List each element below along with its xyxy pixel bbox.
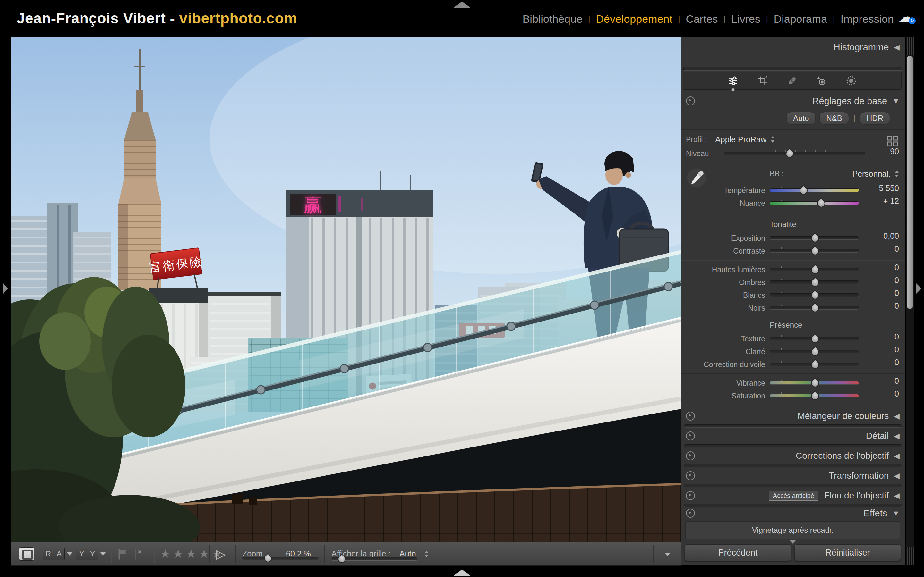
panel-header-detail[interactable]: Détail◀ [681,429,905,443]
compare-dropdown-icon[interactable] [67,552,72,556]
reference-view-r[interactable]: R [43,548,53,560]
split-view-y1[interactable]: Y [76,548,87,560]
basic-panel-header[interactable]: Réglages de base ▼ [681,94,905,108]
collapse-arrow-icon[interactable]: ◀ [894,492,900,500]
effects-panel-header[interactable]: Effets ▼ [681,506,905,520]
crop-overlay-icon[interactable] [757,75,768,86]
slider-track-saturation[interactable] [770,394,859,397]
slider-value[interactable]: + 12 [867,197,905,206]
slider-track-correction-du-voile[interactable] [770,363,859,366]
before-after-buttons[interactable]: RA [43,548,65,560]
wb-eyedropper-icon[interactable] [685,167,708,189]
nav-item-livres[interactable]: Livres [731,13,760,25]
impromptu-slideshow-icon[interactable]: ▷ [216,542,226,566]
slider-value[interactable]: 0 [867,358,905,367]
collapse-arrow-icon[interactable]: ◀ [894,472,900,480]
reveal-left-panel-arrow[interactable] [3,283,8,294]
panel-header-flou-de-l-objectif[interactable]: Accès anticipéFlou de l'objectif◀ [681,489,905,502]
hdr-button[interactable]: HDR [860,112,890,125]
masking-icon[interactable] [846,75,857,86]
slider-value[interactable]: 0 [867,332,905,342]
previous-button[interactable]: Précédent [685,544,791,561]
slider-label[interactable]: Vibrance [683,376,770,388]
slider-label[interactable]: Contraste [683,244,770,255]
slider-track-temperature[interactable] [770,189,859,192]
slider-track-texture[interactable] [770,337,859,340]
slider-label[interactable]: Blancs [683,288,770,300]
panel-switch-icon[interactable] [686,451,695,460]
slider-track-clarte[interactable] [770,350,859,353]
reveal-right-panel-arrow[interactable] [916,283,921,294]
panel-switch-icon[interactable] [686,432,695,440]
slider-label[interactable]: Exposition [683,231,770,243]
slider-track-niveau[interactable] [724,152,865,155]
nav-item-bibliotheque[interactable]: Bibliothèque [523,13,583,25]
slider-value[interactable]: 90 [867,147,905,156]
slider-track-contraste[interactable] [770,250,859,252]
adjust-sliders-icon[interactable] [728,75,738,86]
slider-value[interactable]: 0 [867,301,905,311]
bw-button[interactable]: N&B [819,112,849,125]
grid-value[interactable]: Auto [399,542,416,566]
section-collapse-arrow-icon[interactable] [790,540,796,544]
panel-switch-icon[interactable] [686,412,695,421]
collapse-arrow-icon[interactable]: ◀ [894,412,900,421]
dropdown-arrows-icon[interactable] [895,170,899,177]
slider-track-exposition[interactable] [770,237,859,239]
nav-item-impression[interactable]: Impression [841,13,894,25]
reference-view-a[interactable]: A [53,548,65,560]
expand-arrow-icon[interactable]: ▼ [892,509,900,518]
expand-arrow-icon[interactable]: ▼ [892,97,900,105]
split-view-y2[interactable]: Y [87,548,98,560]
grid-dropdown-arrows-icon[interactable] [425,550,429,558]
slider-label[interactable]: Clarté [683,345,770,356]
slider-label[interactable]: Texture [683,332,770,343]
auto-button[interactable]: Auto [787,112,816,125]
red-eye-icon[interactable] [816,75,827,86]
slider-value[interactable]: 0 [867,244,905,253]
grid-size-slider[interactable] [331,558,417,560]
panel-switch-icon[interactable] [686,97,695,105]
collapse-arrow-icon[interactable]: ◀ [894,43,900,52]
split-view-buttons[interactable]: YY [76,548,98,560]
slider-value[interactable]: 0 [867,389,905,398]
zoom-slider[interactable] [242,557,318,560]
slider-value[interactable]: 0 [867,276,905,285]
slider-label[interactable]: Nuance [683,197,770,208]
histogram-panel-header[interactable]: Histogramme ◀ [681,39,905,55]
wb-value[interactable]: Personnal. [852,169,899,179]
reset-button[interactable]: Réinitialiser [795,544,901,561]
slider-track-blancs[interactable] [770,293,859,297]
slider-label[interactable]: Hautes lumières [683,263,770,274]
reject-flag-icon[interactable] [133,548,146,561]
slider-label[interactable]: Saturation [683,389,770,400]
collapse-arrow-icon[interactable]: ◀ [894,452,900,460]
slider-label[interactable]: Ombres [683,276,770,287]
photo-canvas[interactable]: 赢 富衛保險 [11,37,681,542]
nav-item-diaporama[interactable]: Diaporama [774,13,827,25]
panel-scrollbar[interactable] [905,37,914,565]
cloud-sync-icon[interactable]: ☁ ↻ [898,8,915,25]
collapse-top-panel-arrow[interactable] [454,1,470,8]
panel-switch-icon[interactable] [686,491,695,500]
slider-value[interactable]: 0,00 [867,231,905,241]
slider-track-hautes-lumieres[interactable] [770,268,859,271]
profile-value[interactable]: Apple ProRaw [715,135,775,144]
nav-item-cartes[interactable]: Cartes [686,13,718,25]
zoom-slider-thumb[interactable] [262,553,273,564]
collapse-arrow-icon[interactable]: ◀ [894,432,900,440]
profile-browser-icon[interactable] [887,135,898,147]
slider-value[interactable]: 0 [867,288,905,298]
slider-track-ombres[interactable] [770,281,859,284]
panel-header-corrections-de-l-objectif[interactable]: Corrections de l'objectif◀ [681,449,905,463]
slider-track-nuance[interactable] [770,201,859,205]
slider-track-noirs[interactable] [770,306,859,309]
toolbar-options-dropdown-icon[interactable] [665,553,670,556]
star-rating[interactable]: ★★★★★ [160,542,225,566]
split-dropdown-icon[interactable] [100,552,105,556]
post-crop-vignette-box[interactable]: Vignetage après recadr. [685,521,900,539]
panel-switch-icon[interactable] [686,471,695,480]
scrollbar-thumb[interactable] [907,56,913,309]
slider-value[interactable]: 0 [867,345,905,354]
slider-label[interactable]: Niveau [683,147,724,158]
